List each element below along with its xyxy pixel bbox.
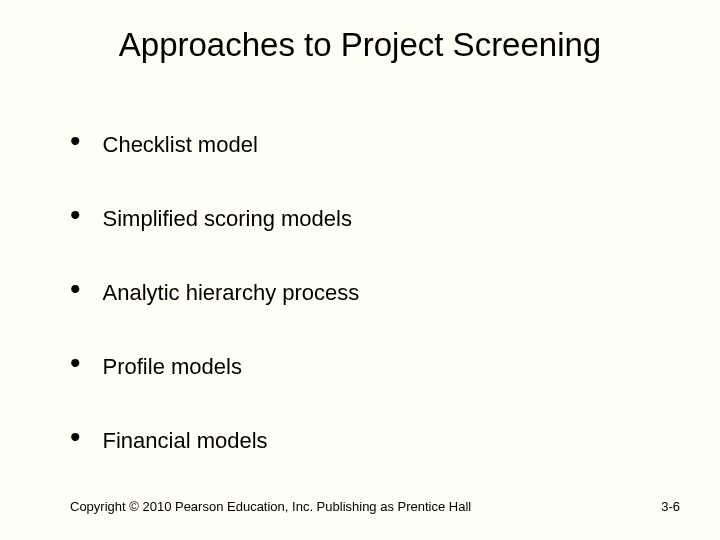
list-item: • Checklist model: [70, 130, 660, 160]
list-item-text: Profile models: [103, 354, 242, 380]
bullet-icon: •: [70, 348, 81, 378]
list-item: • Analytic hierarchy process: [70, 278, 660, 308]
footer: Copyright © 2010 Pearson Education, Inc.…: [70, 499, 680, 514]
slide: Approaches to Project Screening • Checkl…: [0, 0, 720, 540]
page-number: 3-6: [661, 499, 680, 514]
bullet-list: • Checklist model • Simplified scoring m…: [70, 130, 660, 500]
bullet-icon: •: [70, 126, 81, 156]
list-item-text: Simplified scoring models: [103, 206, 352, 232]
bullet-icon: •: [70, 422, 81, 452]
list-item: • Profile models: [70, 352, 660, 382]
slide-title: Approaches to Project Screening: [0, 26, 720, 64]
list-item-text: Checklist model: [103, 132, 258, 158]
list-item: • Simplified scoring models: [70, 204, 660, 234]
copyright-text: Copyright © 2010 Pearson Education, Inc.…: [70, 499, 471, 514]
bullet-icon: •: [70, 274, 81, 304]
list-item-text: Financial models: [103, 428, 268, 454]
list-item-text: Analytic hierarchy process: [103, 280, 360, 306]
list-item: • Financial models: [70, 426, 660, 456]
bullet-icon: •: [70, 200, 81, 230]
